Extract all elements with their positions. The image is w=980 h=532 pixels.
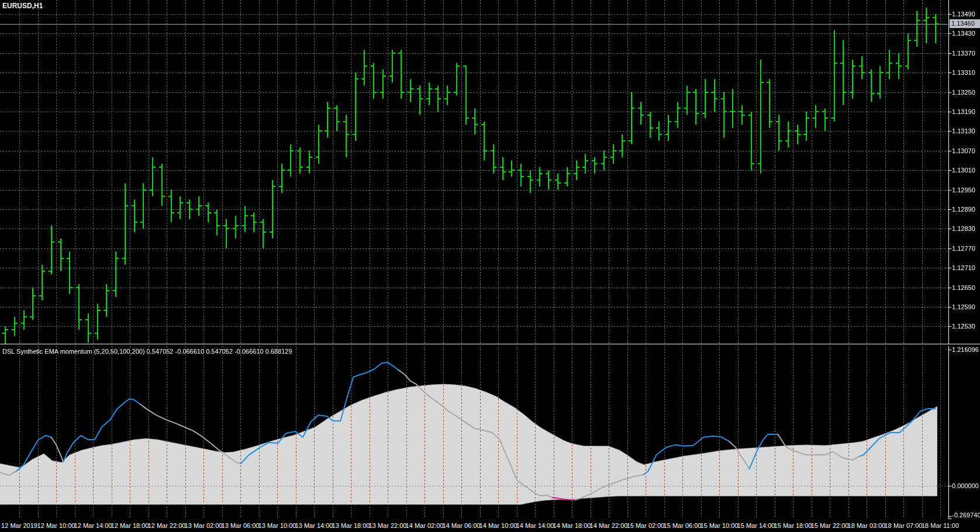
price-axis-label: 1.12890: [952, 206, 975, 213]
price-axis-label: 1.13370: [952, 50, 975, 57]
time-axis[interactable]: 12 Mar 201912 Mar 10:0012 Mar 14:0012 Ma…: [0, 519, 980, 532]
time-axis-label: 15 Mar 22:00: [811, 522, 849, 530]
time-axis-label: 14 Mar 02:00: [406, 522, 444, 530]
time-axis-label: 15 Mar 14:00: [737, 522, 775, 530]
price-axis-label: 1.12830: [952, 225, 975, 233]
price-axis-label: 1.13250: [952, 89, 975, 96]
time-axis-label: 14 Mar 10:00: [479, 522, 517, 530]
time-axis-label: 13 Mar 22:00: [369, 522, 407, 530]
price-axis-label: 1.12650: [952, 284, 975, 292]
indicator-axis-label: -0.269740: [952, 512, 980, 519]
time-axis-label: 14 Mar 14:00: [516, 522, 554, 530]
time-axis-label: 15 Mar 06:00: [664, 522, 702, 530]
time-axis-label: 12 Mar 14:00: [74, 522, 112, 530]
time-axis-label: 13 Mar 02:00: [185, 522, 223, 530]
time-axis-label: 12 Mar 18:00: [111, 522, 149, 530]
price-axis-label: 1.12770: [952, 245, 975, 253]
indicator-axis-label: 1.216096: [952, 346, 979, 354]
main-price-chart-canvas[interactable]: [0, 0, 980, 344]
price-axis-label: 1.13130: [952, 127, 975, 135]
time-axis-label: 18 Mar 07:00: [885, 522, 923, 530]
time-axis-label: 13 Mar 06:00: [222, 522, 260, 530]
price-axis-label: 1.13190: [952, 108, 975, 116]
price-axis-label: 1.12590: [952, 303, 975, 311]
indicator-title: DSL Synthetic EMA momentum (5,20,50,100,…: [2, 348, 292, 355]
price-axis-label: 1.13490: [952, 11, 975, 18]
time-axis-label: 13 Mar 14:00: [295, 522, 333, 530]
time-axis-label: 15 Mar 18:00: [774, 522, 812, 530]
time-axis-label: 14 Mar 06:00: [443, 522, 481, 530]
indicator-axis-label: 0.000000: [952, 482, 979, 490]
current-price-tag: 1.13460: [950, 19, 980, 28]
time-axis-label: 12 Mar 22:00: [148, 522, 186, 530]
price-axis-label: 1.13010: [952, 167, 975, 174]
price-axis-label: 1.13430: [952, 30, 975, 37]
time-axis-label: 18 Mar 03:00: [848, 522, 886, 530]
time-axis-label: 13 Mar 10:00: [258, 522, 296, 530]
time-axis-label: 18 Mar 11:00: [922, 522, 959, 530]
time-axis-label: 14 Mar 22:00: [590, 522, 628, 530]
time-axis-label: 13 Mar 18:00: [332, 522, 370, 530]
chart-window: EURUSD,H1 DSL Synthetic EMA momentum (5,…: [0, 0, 980, 532]
price-axis-label: 1.12530: [952, 323, 975, 330]
price-axis-label: 1.13310: [952, 69, 975, 77]
price-axis-label: 1.13070: [952, 147, 975, 155]
price-axis-label: 1.12710: [952, 264, 975, 272]
time-axis-label: 15 Mar 02:00: [627, 522, 665, 530]
price-axis-label: 1.12950: [952, 186, 975, 194]
time-axis-label: 12 Mar 10:00: [37, 522, 75, 530]
time-axis-label: 15 Mar 10:00: [701, 522, 739, 530]
indicator-pane-canvas[interactable]: [0, 346, 980, 519]
time-axis-label: 12 Mar 2019: [1, 522, 37, 530]
symbol-period-title: EURUSD,H1: [2, 2, 43, 10]
time-axis-label: 14 Mar 18:00: [553, 522, 591, 530]
